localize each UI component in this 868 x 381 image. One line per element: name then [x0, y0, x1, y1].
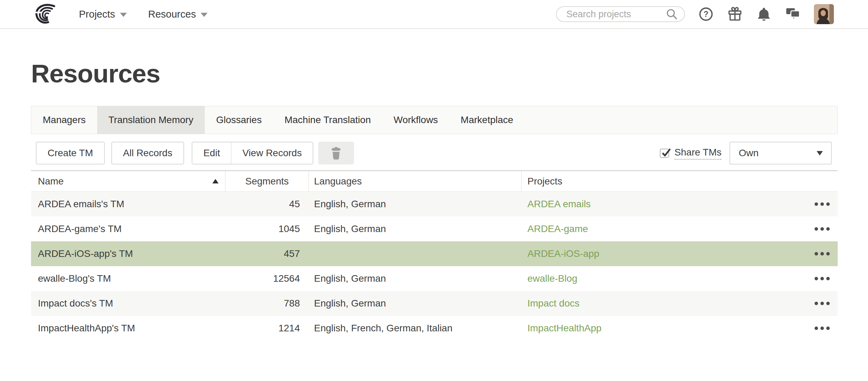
- table-row[interactable]: ARDEA emails's TM 45 English, German ARD…: [31, 192, 838, 217]
- tm-segments: 788: [225, 298, 309, 309]
- edit-view-button-group: Edit View Records: [192, 142, 313, 164]
- tm-name: ARDEA emails's TM: [31, 199, 225, 210]
- tm-toolbar: Create TM All Records Edit View Records: [31, 142, 838, 164]
- table-row[interactable]: ARDEA-game's TM 1045 English, German ARD…: [31, 217, 838, 241]
- nav-projects-menu[interactable]: Projects: [79, 9, 127, 20]
- tm-name: ewalle-Blog's TM: [31, 273, 225, 284]
- nav-projects-label: Projects: [79, 9, 115, 20]
- tm-scope-select[interactable]: Own: [729, 142, 832, 164]
- table-row[interactable]: ewalle-Blog's TM 12564 English, German e…: [31, 266, 838, 291]
- column-header-projects-label: Projects: [527, 176, 562, 187]
- tm-table-body: ARDEA emails's TM 45 English, German ARD…: [31, 192, 838, 341]
- row-actions-ellipsis-button[interactable]: [813, 249, 832, 259]
- share-tms-label[interactable]: Share TMs: [675, 147, 721, 160]
- row-actions-ellipsis-button[interactable]: [813, 199, 832, 209]
- tm-name: ARDEA-iOS-app's TM: [31, 248, 225, 259]
- tab-workflows[interactable]: Workflows: [382, 106, 450, 134]
- share-tms-control: Share TMs Own: [660, 142, 838, 164]
- table-row[interactable]: ARDEA-iOS-app's TM 457 ARDEA-iOS-app: [31, 241, 838, 266]
- column-header-languages-label: Languages: [314, 176, 362, 187]
- tab-machine-translation[interactable]: Machine Translation: [273, 106, 382, 134]
- tab-translation-memory[interactable]: Translation Memory: [97, 106, 205, 134]
- tm-segments: 45: [225, 199, 309, 210]
- tm-segments: 457: [225, 248, 309, 259]
- search-icon[interactable]: [666, 8, 678, 20]
- column-header-actions: [807, 171, 838, 191]
- trash-icon: [329, 146, 343, 161]
- project-link[interactable]: ARDEA emails: [527, 199, 591, 209]
- tm-scope-value: Own: [739, 148, 759, 159]
- column-header-name-label: Name: [38, 176, 64, 187]
- page-title: Resources: [31, 58, 838, 89]
- chevron-down-icon: [120, 13, 127, 17]
- tm-table-header: Name Segments Languages Projects: [31, 170, 838, 192]
- tm-languages: English, German: [309, 223, 522, 234]
- column-header-segments-label: Segments: [245, 176, 289, 187]
- row-actions-ellipsis-button[interactable]: [813, 224, 832, 234]
- select-arrow-icon: [817, 151, 823, 156]
- search-box: [556, 6, 685, 22]
- navbar-icon-group: ?: [698, 6, 801, 22]
- messages-icon[interactable]: [785, 6, 801, 22]
- row-actions-ellipsis-button[interactable]: [813, 298, 832, 309]
- column-header-name[interactable]: Name: [31, 171, 225, 191]
- tm-name: ARDEA-game's TM: [31, 223, 225, 234]
- create-tm-button[interactable]: Create TM: [36, 142, 105, 164]
- nav-resources-label: Resources: [148, 9, 196, 20]
- user-avatar[interactable]: [814, 4, 834, 24]
- nav-resources-menu[interactable]: Resources: [148, 9, 208, 20]
- view-records-button[interactable]: View Records: [231, 142, 313, 164]
- main-content: Resources Managers Translation Memory Gl…: [31, 58, 838, 341]
- tab-managers[interactable]: Managers: [31, 106, 97, 134]
- top-navbar: Projects Resources ?: [0, 0, 868, 29]
- project-link[interactable]: Impact docs: [527, 298, 579, 309]
- chevron-down-icon: [201, 13, 208, 17]
- gift-icon[interactable]: [727, 6, 743, 22]
- row-actions-ellipsis-button[interactable]: [813, 323, 832, 333]
- share-tms-checkbox[interactable]: [660, 149, 669, 158]
- table-row[interactable]: ImpactHealthApp's TM 1214 English, Frenc…: [31, 316, 838, 341]
- row-actions-ellipsis-button[interactable]: [813, 273, 832, 284]
- tm-segments: 12564: [225, 273, 309, 284]
- column-header-languages[interactable]: Languages: [309, 171, 522, 191]
- column-header-projects[interactable]: Projects: [522, 171, 807, 191]
- tm-name: ImpactHealthApp's TM: [31, 323, 225, 334]
- edit-button[interactable]: Edit: [192, 142, 231, 164]
- tm-languages: English, German: [309, 273, 522, 284]
- delete-tm-button[interactable]: [318, 142, 354, 164]
- notifications-icon[interactable]: [756, 6, 772, 22]
- table-row[interactable]: Impact docs's TM 788 English, German Imp…: [31, 291, 838, 316]
- tm-segments: 1045: [225, 223, 309, 234]
- tab-marketplace[interactable]: Marketplace: [449, 106, 525, 134]
- tm-languages: English, German: [309, 199, 522, 210]
- tm-table: Name Segments Languages Projects ARDEA e…: [31, 170, 838, 341]
- sort-asc-icon: [212, 179, 219, 183]
- project-link[interactable]: ARDEA-game: [527, 223, 588, 234]
- tm-segments: 1214: [225, 323, 309, 334]
- column-header-segments[interactable]: Segments: [225, 171, 309, 191]
- tm-languages: English, German: [309, 298, 522, 309]
- app-logo-icon[interactable]: [33, 3, 57, 25]
- project-link[interactable]: ImpactHealthApp: [527, 323, 602, 333]
- resource-tabs: Managers Translation Memory Glossaries M…: [31, 106, 838, 134]
- svg-text:?: ?: [704, 10, 708, 19]
- tm-name: Impact docs's TM: [31, 298, 225, 309]
- tm-languages: English, French, German, Italian: [309, 323, 522, 334]
- all-records-button[interactable]: All Records: [111, 142, 184, 164]
- help-icon[interactable]: ?: [698, 6, 714, 22]
- search-input[interactable]: [566, 9, 666, 20]
- tab-glossaries[interactable]: Glossaries: [205, 106, 273, 134]
- project-link[interactable]: ewalle-Blog: [527, 273, 577, 284]
- project-link[interactable]: ARDEA-iOS-app: [527, 248, 599, 259]
